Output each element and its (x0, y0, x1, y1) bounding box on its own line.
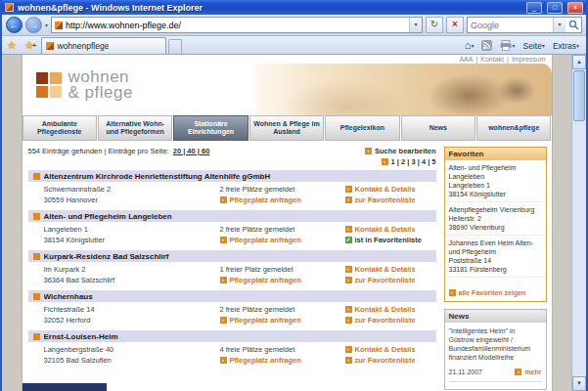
pagination[interactable]: › 1 | 2 | 3 | 4 | 5 (382, 157, 436, 166)
vertical-scrollbar[interactable]: ▲ ▼ (571, 55, 586, 391)
show-all-favorites-link[interactable]: › alle Favoriten zeigen (449, 289, 526, 296)
font-size-switcher[interactable]: AAA (459, 56, 473, 63)
site-header: AAA | Kontakt | Impressum wohnen & pfleg… (23, 55, 552, 115)
print-button[interactable]: ▾ (497, 37, 518, 54)
scroll-down-icon[interactable]: ▼ (572, 376, 586, 391)
stop-button[interactable]: × (446, 17, 464, 33)
contact-details-link[interactable]: ›Kontakt & Details (345, 185, 416, 194)
close-button[interactable]: × (567, 2, 583, 14)
contact-icon: › (345, 306, 352, 313)
favorite-item[interactable]: Altenpflegeheim Vienenburg Heilerstr. 2 … (445, 202, 546, 236)
search-provider-dropdown-icon[interactable]: ▾ (553, 18, 565, 32)
home-dropdown-icon: ▾ (471, 42, 474, 49)
add-to-favorites-link[interactable]: ›zur Favoritenliste (345, 356, 416, 365)
pagination-icon: › (382, 158, 388, 165)
favorites-box-title: Favoriten (445, 148, 546, 160)
tools-menu-label: Extras (553, 41, 576, 51)
address-field-wrap: ▾ (51, 17, 423, 33)
address-input[interactable] (63, 18, 409, 32)
tools-menu-button[interactable]: Extras▾ (550, 37, 582, 54)
per-page-links[interactable]: 20 | 40 | 60 (173, 147, 210, 155)
rss-icon (481, 40, 492, 51)
favorite-item[interactable]: Johannes Even Heim Alten- und Pflegeheim… (445, 236, 546, 278)
impressum-link[interactable]: Impressum (512, 56, 546, 63)
site-logo[interactable]: wohnen & pflege (36, 69, 133, 101)
search-input[interactable] (468, 21, 553, 30)
feeds-button[interactable] (478, 37, 495, 54)
search-icon[interactable] (565, 17, 581, 34)
request-icon: › (220, 277, 227, 283)
refresh-button[interactable]: ↻ (426, 17, 443, 33)
contact-icon: › (345, 186, 352, 193)
request-place-link[interactable]: ›Pflegeplatz anfragen (220, 236, 301, 244)
minimize-button[interactable]: _ (526, 2, 542, 14)
browser-tab[interactable]: wohnenpflege (41, 37, 166, 54)
request-place-link[interactable]: ›Pflegeplatz anfragen (220, 356, 301, 365)
favorites-center-button[interactable]: ★ (4, 37, 20, 54)
address-bar: ← → ▾ ▾ ↻ × ▾ (2, 15, 586, 36)
separator: | (507, 56, 509, 63)
contact-icon: › (345, 226, 352, 233)
add-to-favorites-link[interactable]: ›zur Favoritenliste (345, 276, 416, 284)
request-place-link[interactable]: ›Pflegeplatz anfragen (220, 196, 301, 204)
contact-details-link[interactable]: ›Kontakt & Details (345, 265, 416, 274)
add-to-favorites-link[interactable]: ›zur Favoritenliste (345, 196, 416, 204)
add-to-favorites-link[interactable]: ›zur Favoritenliste (345, 316, 416, 325)
availability-text: 2 freie Plätze gemeldet (220, 305, 295, 314)
facility-street: Langeleben 1 (44, 225, 88, 234)
nav-tab-ausland[interactable]: Wohnen & Pflege im Ausland (249, 115, 324, 141)
request-icon: › (220, 357, 227, 364)
contact-details-link[interactable]: ›Kontakt & Details (345, 225, 416, 234)
back-button[interactable]: ← (6, 17, 23, 33)
contact-details-link[interactable]: ›Kontakt & Details (345, 345, 416, 354)
logo-text: wohnen & pflege (68, 69, 133, 101)
nav-tab-stationaere[interactable]: Stationäre Einrichtungen (173, 115, 248, 141)
nav-tab-ambulante[interactable]: Ambulante Pflegedienste (23, 115, 97, 141)
header-meta-links: AAA | Kontakt | Impressum (459, 56, 545, 63)
availability-text: 1 freier Platz gemeldet (220, 265, 294, 274)
home-icon: ⌂ (465, 40, 472, 51)
show-all-icon: › (449, 289, 456, 296)
facility-city: 36364 Bad Salzschlirf (44, 276, 115, 284)
page-menu-button[interactable]: Seite▾ (520, 37, 548, 54)
per-page-label: Einträge pro Seite: (109, 147, 169, 155)
favorite-item[interactable]: Alten- und Pflegeheim Langeleben Langele… (445, 160, 546, 202)
request-place-link[interactable]: ›Pflegeplatz anfragen (220, 316, 301, 325)
site-page: AAA | Kontakt | Impressum wohnen & pfleg… (22, 55, 553, 391)
home-button[interactable]: ⌂▾ (462, 37, 477, 54)
scrollbar-thumb[interactable] (573, 70, 585, 121)
tab-label: wohnenpflege (57, 41, 109, 51)
maximize-button[interactable]: □ (547, 2, 563, 14)
edit-search-link[interactable]: › Suche bearbeiten (365, 147, 436, 155)
scroll-up-icon[interactable]: ▲ (572, 55, 586, 69)
entry-bullet-icon (33, 213, 40, 220)
nav-tab-alternative[interactable]: Alternative Wohn- und Pflegeformen (98, 115, 172, 141)
nav-tab-pflegelexikon[interactable]: Pflegelexikon (325, 115, 399, 141)
kontakt-link[interactable]: Kontakt (480, 56, 504, 63)
address-dropdown-icon[interactable]: ▾ (409, 18, 422, 32)
facility-city: 38154 Königslutter (44, 236, 106, 244)
new-tab-stub[interactable] (168, 39, 182, 54)
scrollbar-track[interactable] (572, 122, 586, 376)
history-dropdown-icon[interactable]: ▾ (45, 22, 48, 28)
window-title: wohnen&pflege - Windows Internet Explore… (18, 3, 521, 13)
page-menu-dropdown-icon: ▾ (542, 42, 545, 49)
nav-tab-news[interactable]: News (401, 115, 475, 141)
news-box-title: News (445, 310, 546, 323)
contact-details-link[interactable]: ›Kontakt & Details (345, 305, 416, 314)
tools-menu-dropdown-icon: ▾ (576, 42, 579, 49)
news-box: News "Intelligentes Heim" in Güstrow ein… (444, 309, 547, 390)
more-icon: › (515, 369, 521, 375)
window-titlebar[interactable]: wohnen&pflege - Windows Internet Explore… (2, 0, 586, 15)
facility-street: Fichtestraße 14 (44, 305, 95, 314)
separator: | (105, 147, 107, 155)
facility-entry: Alten- und Pflegeheim Langeleben Langele… (28, 210, 436, 245)
news-headline[interactable]: "Intelligentes Heim" in Güstrow eingewei… (449, 326, 542, 362)
request-place-link[interactable]: ›Pflegeplatz anfragen (220, 276, 301, 284)
request-icon: › (220, 317, 227, 324)
news-more-link[interactable]: › mehr (515, 368, 541, 376)
forward-button[interactable]: → (25, 17, 42, 33)
add-favorite-button[interactable]: ★+ (22, 37, 40, 54)
facility-entry: Altenzentrum Kirchrode Henriettenstiftun… (28, 170, 436, 205)
nav-tab-wohnenpflege[interactable]: wohnen&pflege (476, 115, 551, 141)
